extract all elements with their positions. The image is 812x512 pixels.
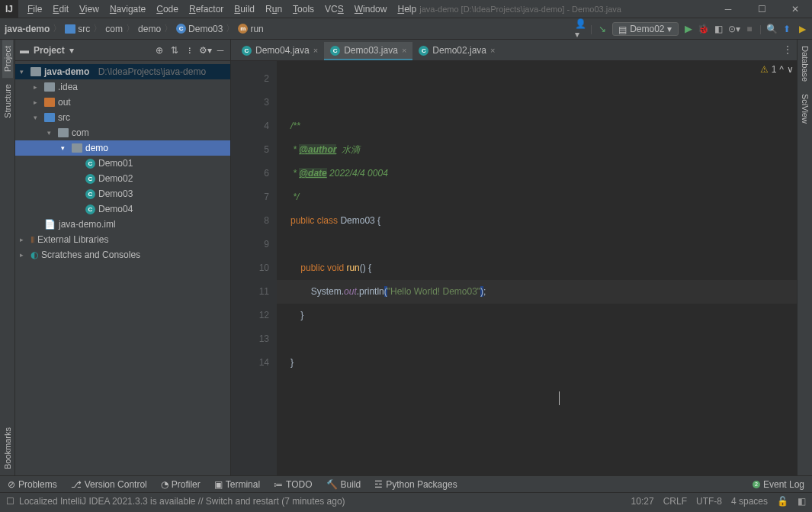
folder-icon <box>30 67 41 76</box>
minimize-button[interactable]: ─ <box>711 0 745 18</box>
coverage-button[interactable]: ◧ <box>714 24 724 34</box>
database-tool-tab[interactable]: Database <box>800 40 810 88</box>
project-tool-tab[interactable]: Project <box>2 40 13 78</box>
tab-options-icon[interactable]: ⋮ <box>783 44 792 55</box>
text-cursor <box>559 386 560 410</box>
class-icon: C <box>330 46 340 56</box>
build-tab[interactable]: 🔨Build <box>326 479 361 490</box>
editor-content[interactable]: /** * @author 水滴 * @date 2022/4/4 0004 *… <box>277 61 797 475</box>
build-icon[interactable]: ↘ <box>597 24 608 34</box>
menu-file[interactable]: File <box>23 2 47 16</box>
event-count-badge: 2 <box>753 481 760 488</box>
stop-button[interactable]: ■ <box>744 24 755 34</box>
title-bar: IJ File Edit View Navigate Code Refactor… <box>0 0 812 18</box>
bc-method[interactable]: mrun <box>238 24 263 34</box>
tree-com[interactable]: ▾com <box>15 125 230 140</box>
tab-demo04[interactable]: CDemo04.java× <box>236 42 324 60</box>
event-log-tab[interactable]: 2Event Log <box>753 479 804 490</box>
menu-view[interactable]: View <box>75 2 104 16</box>
vcs-tab[interactable]: ⎇Version Control <box>71 479 147 490</box>
structure-tool-tab[interactable]: Structure <box>2 78 13 124</box>
menu-edit[interactable]: Edit <box>48 2 73 16</box>
tree-demo03[interactable]: CDemo03 <box>15 186 230 201</box>
file-encoding[interactable]: UTF-8 <box>696 496 722 507</box>
class-icon: C <box>85 204 95 214</box>
profiler-tab[interactable]: ◔Profiler <box>161 479 201 490</box>
left-tool-strip: Project Structure Bookmarks <box>0 40 15 475</box>
cursor-position[interactable]: 10:27 <box>631 496 654 507</box>
terminal-tab[interactable]: ▣Terminal <box>214 479 260 490</box>
method-icon: m <box>238 24 248 34</box>
update-button[interactable]: ⬆ <box>782 24 792 34</box>
bc-java-demo[interactable]: java-demo <box>5 24 50 34</box>
bottom-tool-strip: ⊘Problems ⎇Version Control ◔Profiler ▣Te… <box>0 475 812 492</box>
class-icon: C <box>176 24 186 34</box>
package-icon: ☲ <box>374 479 383 490</box>
settings-icon[interactable]: ⚙▾ <box>200 45 210 56</box>
expand-all-icon[interactable]: ⇅ <box>169 45 180 56</box>
tree-libs[interactable]: ▸⫴External Libraries <box>15 232 230 247</box>
debug-button[interactable]: 🐞 <box>698 24 709 34</box>
menu-build[interactable]: Build <box>229 2 259 16</box>
ide-scripting-icon[interactable]: ▶ <box>797 24 807 34</box>
status-message[interactable]: Localized IntelliJ IDEA 2021.3.3 is avai… <box>19 496 345 507</box>
bc-demo[interactable]: demo <box>138 24 161 34</box>
line-separator[interactable]: CRLF <box>663 496 687 507</box>
select-opened-icon[interactable]: ⊕ <box>154 45 165 56</box>
bookmarks-tool-tab[interactable]: Bookmarks <box>2 421 13 475</box>
app-logo-icon[interactable]: IJ <box>0 0 18 18</box>
bc-com[interactable]: com <box>105 24 123 34</box>
folder-icon <box>65 24 75 34</box>
tab-demo02[interactable]: CDemo02.java× <box>412 42 501 60</box>
problems-icon: ⊘ <box>8 479 15 490</box>
menu-refactor[interactable]: Refactor <box>185 2 228 16</box>
readonly-lock-icon[interactable]: 🔓 <box>777 496 788 507</box>
tree-demo01[interactable]: CDemo01 <box>15 156 230 171</box>
tree-scratches[interactable]: ▸◐Scratches and Consoles <box>15 247 230 262</box>
tree-out[interactable]: ▸out <box>15 95 230 110</box>
tree-idea[interactable]: ▸.idea <box>15 79 230 95</box>
hammer-icon: 🔨 <box>326 479 338 490</box>
bc-src[interactable]: src <box>65 24 90 34</box>
bc-class[interactable]: CDemo03 <box>176 24 223 34</box>
todo-icon: ≔ <box>274 479 283 490</box>
close-icon[interactable]: × <box>402 46 406 55</box>
tree-demo[interactable]: ▾demo <box>15 140 230 156</box>
memory-indicator-icon[interactable]: ◧ <box>798 496 806 507</box>
menu-code[interactable]: Code <box>152 2 183 16</box>
add-config-icon[interactable]: 👤▾ <box>575 24 586 34</box>
profiler-icon: ◔ <box>161 479 168 490</box>
hide-icon[interactable]: ─ <box>215 45 226 56</box>
project-tree: ▾ java-demo D:\IdeaProjects\java-demo ▸.… <box>15 61 230 475</box>
todo-tab[interactable]: ≔TODO <box>274 479 312 490</box>
sciview-tool-tab[interactable]: SciView <box>800 88 810 130</box>
window-title: java-demo [D:\IdeaProjects\java-demo] - … <box>329 5 711 14</box>
status-menu-icon[interactable]: ☐ <box>6 496 14 507</box>
python-packages-tab[interactable]: ☲Python Packages <box>374 479 457 490</box>
folder-icon <box>44 113 55 122</box>
tree-iml[interactable]: 📄java-demo.iml <box>15 217 230 232</box>
sidebar-header: ▬ Project ▾ ⊕ ⇅ ⫶ ⚙▾ ─ <box>15 40 230 61</box>
code-editor[interactable]: ⚠ 1 ^ ∨ 234567891011121314 /** * @author… <box>231 61 797 475</box>
tab-demo03[interactable]: CDemo03.java× <box>324 42 412 60</box>
maximize-button[interactable]: ☐ <box>745 0 778 18</box>
indent-settings[interactable]: 4 spaces <box>731 496 768 507</box>
tree-src[interactable]: ▾src <box>15 110 230 125</box>
profile-button[interactable]: ⊙▾ <box>729 24 740 34</box>
class-icon: C <box>85 159 95 169</box>
menu-navigate[interactable]: Navigate <box>105 2 150 16</box>
problems-tab[interactable]: ⊘Problems <box>8 479 57 490</box>
menu-tools[interactable]: Tools <box>288 2 319 16</box>
collapse-all-icon[interactable]: ⫶ <box>185 45 195 56</box>
close-button[interactable]: ✕ <box>778 0 812 18</box>
view-mode-selector[interactable]: ▾ <box>69 45 74 56</box>
tree-project-root[interactable]: ▾ java-demo D:\IdeaProjects\java-demo <box>15 64 230 79</box>
search-button[interactable]: 🔍 <box>766 24 777 34</box>
tree-demo04[interactable]: CDemo04 <box>15 201 230 217</box>
run-button[interactable]: ▶ <box>683 24 694 34</box>
close-icon[interactable]: × <box>490 46 495 55</box>
tree-demo02[interactable]: CDemo02 <box>15 171 230 186</box>
close-icon[interactable]: × <box>313 46 318 55</box>
menu-run[interactable]: Run <box>261 2 287 16</box>
run-config-selector[interactable]: ▤ Demo02 ▾ <box>612 22 679 36</box>
